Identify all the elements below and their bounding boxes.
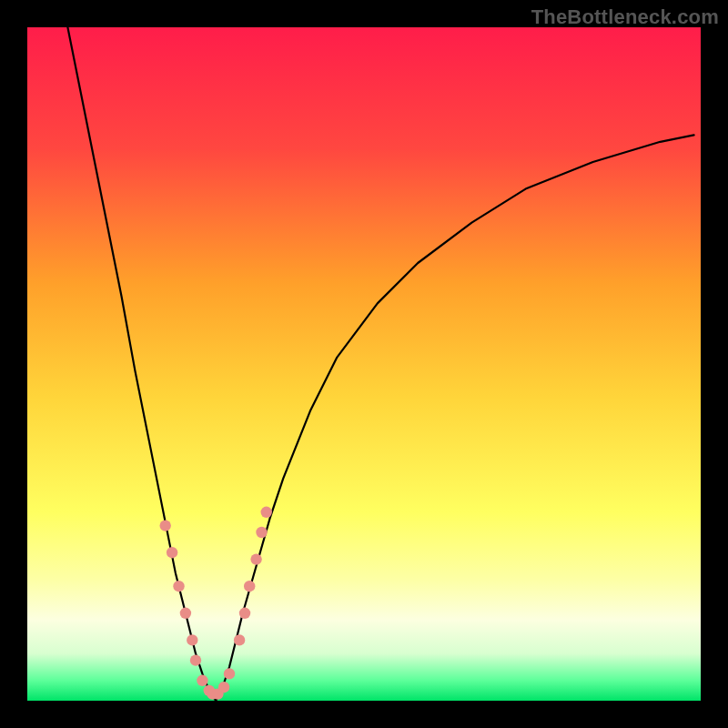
curve-layer [27,27,701,701]
chart-frame: TheBottleneck.com [0,0,728,728]
plot-area [27,27,701,701]
watermark-label: TheBottleneck.com [531,5,719,29]
